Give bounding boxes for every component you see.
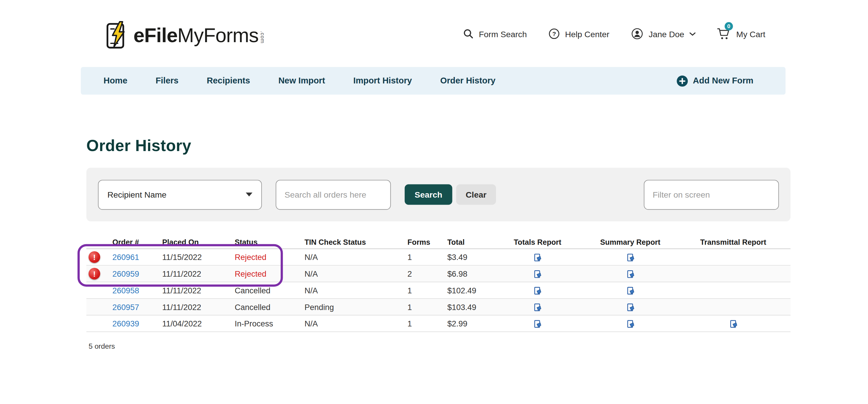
user-icon [630, 27, 644, 40]
add-new-form-button[interactable]: Add New Form [676, 75, 753, 87]
help-center-label: Help Center [565, 29, 609, 38]
cart-count-badge: 0 [724, 22, 733, 30]
nav-item-recipients[interactable]: Recipients [207, 76, 250, 86]
form-search-button[interactable]: Form Search [463, 28, 527, 39]
nav-item-new-import[interactable]: New Import [278, 76, 325, 86]
orders-count: 5 orders [89, 342, 115, 350]
placed-on-header: Placed On [158, 238, 230, 246]
order-link[interactable]: 260957 [113, 303, 139, 311]
help-center-button[interactable]: Help Center [548, 28, 609, 40]
nav-item-home[interactable]: Home [103, 76, 127, 86]
summary-report-header: Summary Report [585, 238, 676, 246]
help-icon [548, 28, 560, 40]
total-cell: $2.99 [441, 319, 491, 328]
filter-panel: Recipient Name Search Clear [86, 168, 790, 221]
plus-circle-icon [676, 75, 688, 87]
status-cell: Cancelled [230, 303, 302, 311]
brand-efile: eFile [133, 24, 177, 47]
nav-item-filers[interactable]: Filers [156, 76, 179, 86]
totals-report-icon[interactable] [534, 270, 541, 278]
brand-wordmark: eFileMyForms.com [133, 24, 266, 47]
forms-header: Forms [402, 238, 440, 246]
my-cart-button[interactable]: 0 My Cart [717, 28, 766, 40]
page-title: Order History [86, 137, 191, 155]
tin-status-cell: N/A [302, 253, 402, 261]
total-cell: $6.98 [441, 269, 491, 278]
totals-report-icon[interactable] [534, 287, 541, 295]
clear-button[interactable]: Clear [456, 184, 496, 205]
total-cell: $103.49 [441, 303, 491, 311]
total-cell: $3.49 [441, 253, 491, 261]
totals-report-icon[interactable] [534, 320, 541, 328]
total-cell: $102.49 [441, 286, 491, 294]
forms-cell: 1 [402, 303, 440, 311]
summary-report-icon[interactable] [626, 303, 634, 311]
placed-on-cell: 11/11/2022 [158, 286, 230, 294]
tin-status-cell: Pending [302, 303, 402, 311]
brand-myforms: MyForms [177, 24, 258, 47]
tin-status-cell: N/A [302, 269, 402, 278]
order-history-table: Order # Placed On Status TIN Check Statu… [86, 235, 790, 332]
search-button[interactable]: Search [405, 184, 453, 205]
placed-on-cell: 11/15/2022 [158, 253, 230, 261]
forms-cell: 1 [402, 319, 440, 328]
table-row: 260957 11/11/2022 Cancelled Pending 1 $1… [86, 299, 790, 316]
transmittal-report-icon[interactable] [729, 320, 737, 328]
placed-on-cell: 11/11/2022 [158, 269, 230, 278]
table-row: 260958 11/11/2022 Cancelled N/A 1 $102.4… [86, 282, 790, 299]
order-search-input[interactable] [276, 180, 391, 209]
status-cell: In-Process [230, 319, 302, 328]
main-nav: Home Filers Recipients New Import Import… [81, 67, 785, 95]
order-link[interactable]: 260961 [113, 253, 139, 261]
recipient-name-dropdown[interactable]: Recipient Name [98, 180, 262, 209]
tin-status-cell: N/A [302, 319, 402, 328]
dropdown-caret-icon [246, 193, 253, 196]
my-cart-label: My Cart [736, 29, 765, 38]
lightning-document-icon [105, 21, 128, 50]
page: eFileMyForms.com Form Search Help Center… [0, 0, 868, 404]
header-actions: Form Search Help Center Jane Doe 0 My Ca… [463, 27, 765, 40]
status-cell: Rejected [230, 253, 302, 261]
form-search-label: Form Search [479, 29, 527, 38]
tin-check-status-header: TIN Check Status [302, 238, 402, 246]
totals-report-header: Totals Report [491, 238, 585, 246]
error-icon [89, 268, 100, 280]
placed-on-cell: 11/11/2022 [158, 303, 230, 311]
user-menu[interactable]: Jane Doe [630, 27, 696, 40]
totals-report-icon[interactable] [534, 253, 541, 261]
status-cell: Rejected [230, 269, 302, 278]
user-name: Jane Doe [649, 29, 684, 38]
table-row: 260939 11/04/2022 In-Process N/A 1 $2.99 [86, 316, 790, 332]
transmittal-report-header: Transmittal Report [676, 238, 791, 246]
order-number-header: Order # [108, 238, 158, 246]
totals-report-icon[interactable] [534, 303, 541, 311]
status-header: Status [230, 238, 302, 246]
nav-item-import-history[interactable]: Import History [353, 76, 412, 86]
order-link[interactable]: 260939 [113, 319, 139, 328]
brand-logo[interactable]: eFileMyForms.com [105, 21, 266, 50]
order-link[interactable]: 260958 [113, 286, 139, 294]
error-icon [89, 251, 100, 263]
add-new-form-label: Add New Form [693, 76, 753, 86]
status-cell: Cancelled [230, 286, 302, 294]
placed-on-cell: 11/04/2022 [158, 319, 230, 328]
table-row: 260961 11/15/2022 Rejected N/A 1 $3.49 [86, 249, 790, 266]
forms-cell: 1 [402, 286, 440, 294]
table-header-row: Order # Placed On Status TIN Check Statu… [86, 235, 790, 249]
order-link[interactable]: 260959 [113, 269, 139, 278]
summary-report-icon[interactable] [626, 287, 634, 295]
chevron-down-icon [689, 32, 696, 36]
summary-report-icon[interactable] [626, 253, 634, 261]
nav-item-order-history[interactable]: Order History [440, 76, 495, 86]
tin-status-cell: N/A [302, 286, 402, 294]
forms-cell: 2 [402, 269, 440, 278]
search-icon [463, 28, 474, 39]
filter-on-screen-input[interactable] [644, 180, 779, 209]
dropdown-selected-value: Recipient Name [107, 190, 166, 199]
summary-report-icon[interactable] [626, 270, 634, 278]
brand-tld: .com [259, 31, 266, 47]
table-row: 260959 11/11/2022 Rejected N/A 2 $6.98 [86, 266, 790, 282]
summary-report-icon[interactable] [626, 320, 634, 328]
total-header: Total [441, 238, 491, 246]
forms-cell: 1 [402, 253, 440, 261]
